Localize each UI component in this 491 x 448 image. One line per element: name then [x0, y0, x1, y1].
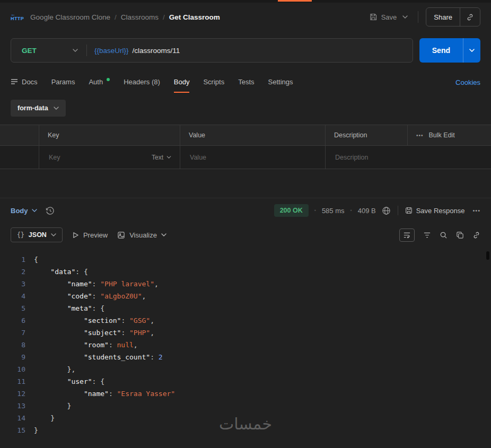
cookies-link[interactable]: Cookies [455, 78, 480, 86]
row-value-cell [180, 146, 326, 169]
tab-auth[interactable]: Auth [89, 72, 110, 93]
tab-label: Headers (8) [124, 78, 160, 86]
key-column-header: Key [39, 125, 180, 145]
auth-configured-dot [107, 78, 110, 81]
save-response-icon [405, 207, 413, 214]
header-actions: Save Share [369, 7, 480, 27]
send-label: Send [432, 46, 450, 55]
value-type-select[interactable]: Text [152, 154, 171, 161]
meta-dot: • [350, 208, 352, 213]
response-more-button[interactable]: ••• [472, 207, 480, 214]
preview-label: Preview [83, 231, 108, 239]
tab-headers[interactable]: Headers (8) [124, 72, 160, 93]
search-button[interactable] [440, 231, 448, 239]
request-header: ← HTTP Google Classroom Clone / Classroo… [0, 3, 491, 31]
table-more-icon[interactable]: ••• [416, 133, 424, 138]
row-key-cell: Text [39, 146, 180, 169]
url-box: GET {{baseUrl}} /classrooms/11 [11, 38, 413, 63]
tab-docs[interactable]: Docs [11, 72, 38, 93]
tab-tests[interactable]: Tests [238, 72, 254, 93]
chevron-down-icon [166, 156, 171, 159]
response-meta: 200 OK • 585 ms • 409 B Save Response [274, 204, 480, 217]
link-icon [472, 231, 480, 239]
chevron-down-icon [32, 209, 37, 212]
copy-icon [456, 231, 464, 239]
body-type-select[interactable]: form-data [11, 100, 66, 117]
wrap-text-button[interactable] [399, 229, 415, 242]
copy-link-button[interactable] [460, 8, 480, 26]
response-history-button[interactable] [46, 206, 55, 215]
response-body-label: Body [11, 207, 28, 215]
copy-button[interactable] [456, 231, 464, 239]
request-url-bar: GET {{baseUrl}} /classrooms/11 Send [0, 31, 491, 71]
body-type-row: form-data [0, 93, 491, 125]
method-select[interactable]: GET [11, 47, 86, 55]
bulk-edit-link[interactable]: Bulk Edit [429, 131, 455, 139]
response-header: Body 200 OK • 585 ms • 409 B [0, 198, 491, 223]
response-format-select[interactable]: {} JSON [11, 227, 63, 242]
save-response-label: Save Response [416, 207, 465, 215]
description-input[interactable] [334, 153, 483, 162]
http-label: HTTP [11, 16, 24, 21]
breadcrumb: Google Classroom Clone / Classrooms / Ge… [30, 13, 220, 21]
tab-params[interactable]: Params [51, 72, 75, 93]
wrap-text-icon [403, 231, 411, 239]
tab-scripts[interactable]: Scripts [203, 72, 224, 93]
tab-label: Settings [268, 78, 293, 86]
url-input[interactable]: {{baseUrl}} /classrooms/11 [87, 47, 187, 55]
send-button[interactable]: Send [419, 38, 463, 63]
filter-button[interactable] [423, 231, 431, 239]
tab-label: Docs [22, 78, 38, 86]
value-input[interactable] [189, 153, 317, 162]
watermark: خمسات [0, 418, 491, 430]
breadcrumb-separator: / [115, 13, 117, 21]
visualize-button[interactable]: Visualize [117, 231, 166, 239]
window-tab-strip [0, 0, 491, 3]
send-options-button[interactable] [463, 38, 480, 63]
share-label: Share [434, 13, 452, 21]
method-label: GET [22, 47, 37, 55]
network-info-button[interactable] [382, 206, 391, 215]
chevron-down-icon [54, 107, 59, 110]
save-icon [369, 13, 378, 21]
save-response-button[interactable]: Save Response [405, 207, 465, 215]
save-button[interactable]: Save [369, 13, 397, 21]
bulk-edit-cell: ••• Bulk Edit [408, 125, 491, 145]
filter-icon [423, 231, 431, 239]
chevron-down-icon [73, 49, 78, 52]
response-time: 585 ms [322, 207, 345, 215]
response-toolbar-icons [399, 229, 480, 242]
chevron-down-icon [161, 233, 166, 236]
tab-settings[interactable]: Settings [268, 72, 293, 93]
breadcrumb-separator: / [163, 13, 165, 21]
table-header-row: Key Value Description ••• Bulk Edit [0, 125, 491, 146]
play-icon [72, 232, 79, 239]
key-input[interactable] [48, 153, 147, 162]
breadcrumb-collection[interactable]: Classrooms [121, 13, 159, 21]
description-column-header: Description [326, 125, 408, 145]
form-data-table: Key Value Description ••• Bulk Edit Text [0, 125, 491, 169]
share-response-button[interactable] [472, 231, 480, 239]
share-button[interactable]: Share [426, 8, 460, 26]
link-icon [466, 13, 474, 21]
postman-app: ← HTTP Google Classroom Clone / Classroo… [0, 0, 491, 448]
tab-label: Body [174, 78, 190, 86]
breadcrumb-workspace[interactable]: Google Classroom Clone [30, 13, 110, 21]
status-badge: 200 OK [274, 204, 309, 217]
select-column-header [0, 125, 39, 145]
value-type-label: Text [152, 154, 163, 161]
preview-button[interactable]: Preview [72, 231, 108, 239]
scrollbar-thumb[interactable] [486, 251, 489, 260]
http-request-icon: ← HTTP [11, 13, 24, 21]
row-description-cell [326, 146, 491, 169]
save-options-button[interactable] [400, 15, 410, 19]
search-icon [440, 231, 448, 239]
tab-body[interactable]: Body [174, 72, 190, 93]
url-path: /classrooms/11 [133, 47, 180, 55]
chevron-down-icon [402, 15, 408, 19]
response-body-select[interactable]: Body [11, 207, 37, 215]
save-label: Save [381, 13, 397, 21]
row-select-cell [0, 146, 39, 169]
tab-label: Auth [89, 78, 103, 86]
breadcrumb-request-name: Get Classroom [169, 13, 220, 21]
